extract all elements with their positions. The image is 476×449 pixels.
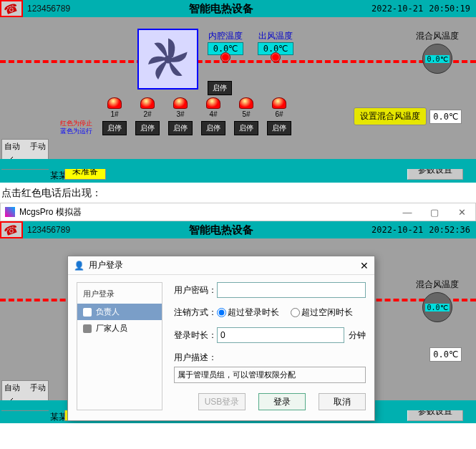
heater-2-button[interactable]: 启停 [135, 121, 160, 135]
header-date: 2022-10-21 [371, 225, 423, 235]
app-title: 智能电热设备 [70, 2, 371, 16]
bottom-bar [0, 159, 476, 169]
lamp-icon [140, 97, 155, 109]
duration-input[interactable] [217, 327, 344, 343]
mode-manual-label: 手动 [30, 141, 46, 152]
simulator-titlebar: McgsPro 模拟器 — ▢ ✕ [0, 203, 476, 221]
lamp-icon [239, 97, 253, 109]
mix-temp: 混合风温度 0.0℃ [416, 30, 459, 75]
password-label: 用户密码： [174, 284, 217, 296]
duration-label: 登录时长： [174, 329, 217, 342]
outlet-temp: 出风温度 0.0℃ [258, 30, 293, 68]
heater-6-button[interactable]: 启停 [267, 121, 291, 135]
phone-icon: ☎ [2, 221, 20, 239]
login-dialog: 👤 用户登录 ✕ 用户登录 负责人 厂家人员 用户密码： 注销方式： [67, 256, 375, 421]
logout-mode-label: 注销方式： [174, 306, 217, 319]
mix-temp-value: 0.0℃ [425, 55, 449, 63]
heater-1-label: 1# [102, 110, 127, 118]
set-mix-temp: 0.0℃ [429, 347, 462, 362]
password-input[interactable] [217, 282, 366, 298]
header-date: 2022-10-21 [371, 4, 423, 14]
set-mix-temp-label: 设置混合风温度 [354, 107, 427, 125]
user-desc-label: 用户描述： [174, 352, 366, 364]
heater-2-label: 2# [135, 110, 160, 118]
mode-auto-label: 自动 [4, 382, 20, 393]
mix-gauge-icon: 0.0℃ [422, 292, 452, 322]
mode-manual-label: 手动 [30, 382, 46, 393]
mcgs-logo-icon [5, 207, 15, 217]
user-list-header: 用户登录 [77, 287, 162, 304]
phone-number: 123456789 [27, 4, 70, 14]
lamp-icon [272, 97, 286, 109]
header-bar: ☎ 123456789 智能电热设备 2022-10-21 20:50:19 [0, 0, 476, 17]
user-desc-value: 属于管理员组，可以管理权限分配 [174, 367, 366, 383]
user-list: 用户登录 负责人 厂家人员 [77, 282, 162, 410]
usb-login-button[interactable]: USB登录 [198, 393, 246, 410]
phone-button[interactable]: ☎ [0, 0, 23, 17]
cancel-button[interactable]: 取消 [319, 393, 366, 410]
dialog-titlebar: 👤 用户登录 ✕ [68, 256, 374, 275]
cavity-temp-label: 内腔温度 [208, 30, 243, 42]
header-time: 20:52:36 [429, 225, 470, 235]
heater-1-button[interactable]: 启停 [102, 121, 127, 135]
instruction-text: 点击红色电话后出现： [0, 183, 476, 203]
dialog-title: 用户登录 [89, 259, 123, 271]
window-close-button[interactable]: ✕ [448, 207, 475, 218]
user-icon: 👤 [74, 261, 84, 271]
fan-graphic [137, 29, 198, 90]
duration-unit: 分钟 [349, 329, 366, 342]
user-item-factory[interactable]: 厂家人员 [77, 320, 162, 337]
heater-5-button[interactable]: 启停 [234, 121, 258, 135]
phone-icon: ☎ [2, 0, 20, 17]
mix-temp-label: 混合风温度 [416, 30, 459, 42]
fan-startstop-button[interactable]: 启停 [208, 81, 232, 95]
simulator-title: McgsPro 模拟器 [19, 206, 82, 218]
heater-4-label: 4# [201, 110, 225, 118]
header-time: 20:50:19 [429, 4, 470, 14]
radio-idle-duration[interactable] [291, 308, 300, 317]
dialog-close-button[interactable]: ✕ [360, 260, 369, 271]
phone-number: 123456789 [27, 225, 70, 235]
person-icon [83, 324, 92, 333]
heater-row: 红色为停止 蓝色为运行 1#启停 2#启停 3#启停 4#启停 5#启停 6#启… [60, 97, 296, 135]
login-button[interactable]: 登录 [258, 393, 306, 410]
outlet-temp-label: 出风温度 [258, 30, 293, 42]
header-bar: ☎ 123456789 智能电热设备 2022-10-21 20:52:36 [0, 221, 476, 238]
heater-3-button[interactable]: 启停 [168, 121, 193, 135]
window-minimize-button[interactable]: — [394, 207, 421, 218]
set-mix-temp-input[interactable]: 0.0℃ [429, 347, 462, 362]
window-maximize-button[interactable]: ▢ [421, 207, 448, 218]
set-mix-temp-input[interactable]: 0.0℃ [429, 110, 462, 124]
app-title: 智能电热设备 [70, 223, 371, 237]
lamp-icon [206, 97, 220, 109]
mode-auto-label: 自动 [4, 141, 20, 152]
radio-login-duration[interactable] [217, 308, 226, 317]
sensor-dot-icon [220, 52, 230, 62]
sensor-dot-icon [271, 52, 281, 62]
person-icon [83, 308, 92, 317]
heater-4-button[interactable]: 启停 [201, 121, 225, 135]
set-mix-temp: 设置混合风温度 0.0℃ [354, 107, 462, 125]
phone-button[interactable]: ☎ [0, 221, 23, 238]
heater-5-label: 5# [234, 110, 258, 118]
mix-temp-label: 混合风温度 [416, 279, 459, 291]
lamp-icon [107, 97, 122, 109]
cavity-temp: 内腔温度 0.0℃ [208, 30, 243, 68]
mix-temp: 混合风温度 0.0℃ [416, 279, 459, 324]
heater-legend: 红色为停止 蓝色为运行 [60, 120, 92, 135]
heater-6-label: 6# [267, 110, 291, 118]
lamp-icon [173, 97, 188, 109]
mix-gauge-icon: 0.0℃ [422, 44, 452, 74]
user-item-admin[interactable]: 负责人 [77, 304, 162, 320]
mix-temp-value: 0.0℃ [425, 304, 449, 312]
heater-3-label: 3# [168, 110, 193, 118]
